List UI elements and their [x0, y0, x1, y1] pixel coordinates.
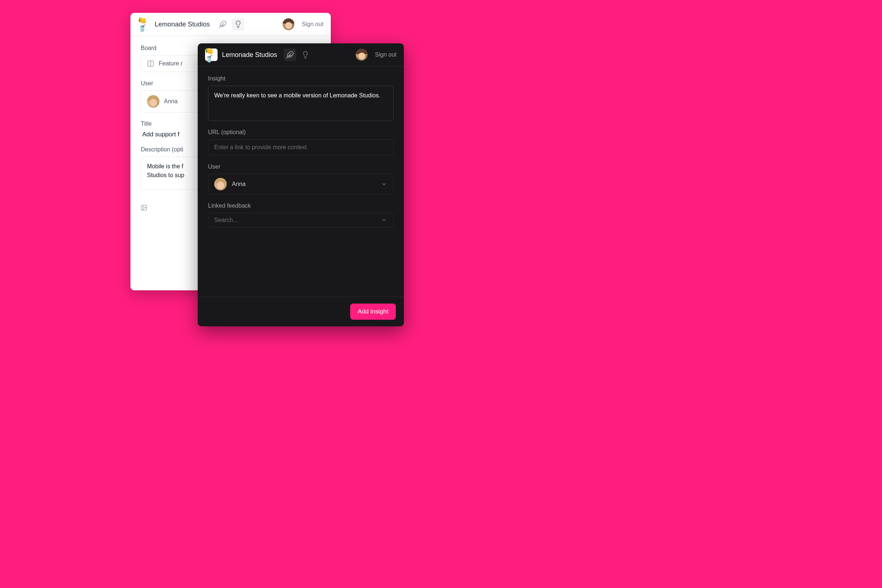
- user-avatar-small: [147, 95, 159, 108]
- board-icon: [147, 60, 154, 67]
- header: 🍋🥤 Lemonade Studios Sign out: [130, 13, 331, 36]
- chevron-down-icon: [381, 217, 387, 224]
- logo-emoji: 🍋🥤: [138, 16, 150, 32]
- brand-logo: 🍋🥤: [205, 48, 218, 61]
- lightbulb-icon[interactable]: [232, 18, 244, 30]
- url-placeholder: Enter a link to provide more context: [214, 144, 307, 150]
- insight-textarea[interactable]: We're really keen to see a mobile versio…: [208, 86, 394, 121]
- insight-label: Insight: [208, 75, 394, 82]
- attachment-icon: [141, 204, 147, 211]
- user-avatar-small: [214, 178, 227, 190]
- add-insight-button[interactable]: Add insight: [350, 303, 396, 320]
- user-value: Anna: [164, 98, 177, 105]
- brand-logo: 🍋🥤: [138, 18, 150, 30]
- sign-out-link[interactable]: Sign out: [375, 51, 396, 58]
- url-input[interactable]: Enter a link to provide more context: [208, 139, 394, 156]
- title-value: Add support f: [142, 131, 179, 138]
- feather-icon[interactable]: [284, 48, 296, 61]
- lightbulb-icon[interactable]: [299, 48, 312, 61]
- linked-feedback-select[interactable]: Search...: [208, 213, 394, 228]
- url-label: URL (optional): [208, 129, 394, 136]
- user-avatar[interactable]: [356, 49, 368, 61]
- form-body: Insight We're really keen to see a mobil…: [198, 66, 404, 228]
- linked-feedback-label: Linked feedback: [208, 202, 394, 209]
- user-select[interactable]: Anna: [208, 174, 394, 194]
- brand-name: Lemonade Studios: [222, 51, 277, 59]
- footer: Add insight: [198, 297, 404, 326]
- svg-point-5: [142, 206, 143, 207]
- feather-icon[interactable]: [216, 18, 229, 30]
- logo-emoji: 🍋🥤: [205, 46, 218, 63]
- insight-value: We're really keen to see a mobile versio…: [214, 92, 380, 99]
- board-value: Feature r: [159, 60, 183, 67]
- sign-out-link[interactable]: Sign out: [302, 21, 323, 28]
- linked-feedback-placeholder: Search...: [214, 217, 238, 224]
- user-value: Anna: [232, 181, 246, 188]
- description-value: Mobile is the f Studios to sup: [147, 163, 184, 178]
- insight-form-dark: 🍋🥤 Lemonade Studios Sign out Insight We'…: [198, 44, 404, 326]
- brand-name: Lemonade Studios: [155, 21, 210, 28]
- user-label: User: [208, 164, 394, 170]
- user-avatar[interactable]: [283, 18, 294, 30]
- header: 🍋🥤 Lemonade Studios Sign out: [198, 44, 404, 66]
- chevron-down-icon: [381, 181, 387, 188]
